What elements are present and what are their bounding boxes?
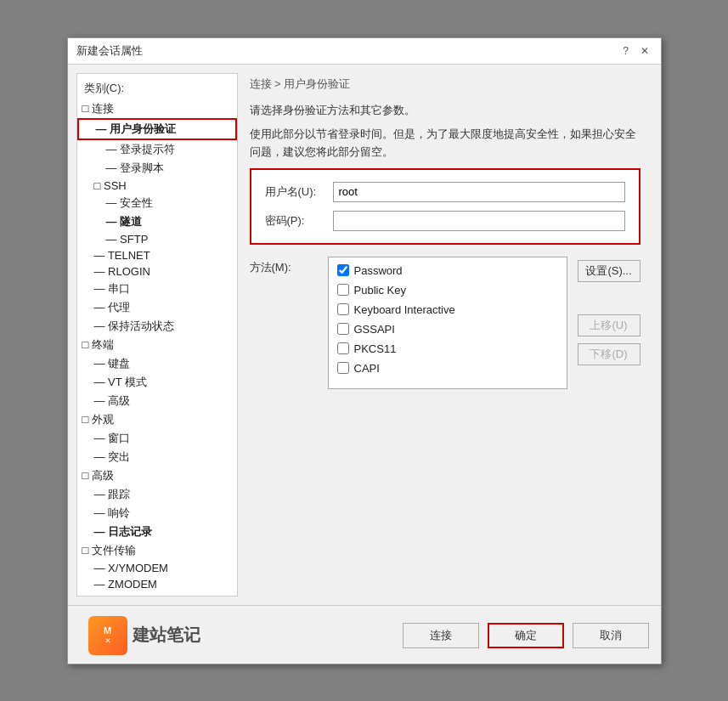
- sidebar-item-label-连接: □ 连接: [82, 101, 114, 116]
- sidebar-item-隧道[interactable]: — 隧道: [77, 212, 237, 231]
- settings-button[interactable]: 设置(S)...: [578, 260, 641, 282]
- sidebar-item-label-代理: — 代理: [94, 300, 131, 315]
- username-input[interactable]: [333, 182, 625, 202]
- sidebar-tree: 类别(C): □ 连接— 用户身份验证— 登录提示符— 登录脚本□ SSH— 安…: [76, 73, 238, 596]
- sidebar-item-保持活动状态[interactable]: — 保持活动状态: [77, 317, 237, 336]
- method-label-Keyboard-Interactive: Keyboard Interactive: [354, 303, 455, 316]
- method-label-Password: Password: [354, 264, 403, 277]
- method-item-Keyboard-Interactive[interactable]: Keyboard Interactive: [337, 303, 558, 316]
- method-item-CAPI[interactable]: CAPI: [337, 362, 558, 375]
- method-item-Password[interactable]: Password: [337, 264, 558, 277]
- sidebar-item-label-高级2: □ 高级: [82, 468, 114, 483]
- sidebar-item-登录脚本[interactable]: — 登录脚本: [77, 159, 237, 178]
- category-label: 类别(C):: [77, 77, 237, 99]
- username-label: 用户名(U):: [265, 184, 333, 200]
- sidebar-item-键盘[interactable]: — 键盘: [77, 354, 237, 373]
- sidebar-item-窗口[interactable]: — 窗口: [77, 429, 237, 448]
- sidebar-item-label-终端: □ 终端: [82, 337, 114, 353]
- dialog-title: 新建会话属性: [76, 43, 143, 59]
- method-label-Public-Key: Public Key: [354, 284, 406, 297]
- content-area: 连接 > 用户身份验证 请选择身份验证方法和其它参数。 使用此部分以节省登录时间…: [238, 73, 652, 596]
- sidebar-item-外观[interactable]: □ 外观: [77, 410, 237, 429]
- sidebar-item-label-VT模式: — VT 模式: [94, 375, 148, 390]
- sidebar-item-label-日志记录: — 日志记录: [94, 524, 153, 540]
- sidebar-item-响铃[interactable]: — 响铃: [77, 504, 237, 523]
- sidebar-item-label-登录脚本: — 登录脚本: [106, 161, 165, 176]
- method-box: PasswordPublic KeyKeyboard InteractiveGS…: [328, 257, 567, 389]
- watermark-text: 建站笔记: [133, 624, 200, 647]
- side-buttons: 设置(S)... 上移(U) 下移(D): [578, 257, 641, 365]
- sidebar-item-RLOGIN[interactable]: — RLOGIN: [77, 263, 237, 280]
- close-button[interactable]: ✕: [637, 43, 652, 59]
- move-up-button[interactable]: 上移(U): [578, 314, 641, 336]
- sidebar-item-label-串口: — 串口: [94, 281, 131, 297]
- sidebar-item-VT模式[interactable]: — VT 模式: [77, 373, 237, 392]
- password-label: 密码(P):: [265, 213, 333, 229]
- sidebar-item-label-突出: — 突出: [94, 449, 131, 465]
- watermark-icon-sub: ✕: [104, 636, 111, 646]
- help-button[interactable]: ?: [618, 43, 634, 59]
- username-row: 用户名(U):: [265, 182, 625, 202]
- sidebar-item-label-安全性: — 安全性: [106, 195, 154, 211]
- method-checkbox-PKCS11[interactable]: [337, 342, 349, 354]
- method-label: 方法(M):: [250, 257, 318, 275]
- ok-button[interactable]: 确定: [488, 623, 564, 648]
- sidebar-item-label-窗口: — 窗口: [94, 431, 131, 446]
- method-item-PKCS11[interactable]: PKCS11: [337, 342, 558, 355]
- sidebar-item-label-ZMODEM: — ZMODEM: [94, 578, 157, 591]
- sidebar-item-label-跟踪: — 跟踪: [94, 487, 131, 502]
- dialog-body: 类别(C): □ 连接— 用户身份验证— 登录提示符— 登录脚本□ SSH— 安…: [68, 65, 661, 605]
- sidebar-item-高级2[interactable]: □ 高级: [77, 466, 237, 485]
- method-checkbox-Password[interactable]: [337, 264, 349, 276]
- connect-button[interactable]: 连接: [403, 623, 479, 648]
- sidebar-item-label-SSH: □ SSH: [94, 179, 127, 192]
- sidebar-item-串口[interactable]: — 串口: [77, 280, 237, 298]
- sidebar-item-突出[interactable]: — 突出: [77, 448, 237, 466]
- method-checkbox-CAPI[interactable]: [337, 362, 349, 374]
- sidebar-item-终端[interactable]: □ 终端: [77, 336, 237, 354]
- watermark-icon: M ✕: [88, 616, 127, 655]
- sidebar-item-label-外观: □ 外观: [82, 412, 114, 427]
- sidebar-item-label-键盘: — 键盘: [94, 356, 131, 371]
- sidebar-item-label-高级: — 高级: [94, 393, 131, 409]
- sidebar-item-文件传输[interactable]: □ 文件传输: [77, 541, 237, 560]
- sidebar-item-label-RLOGIN: — RLOGIN: [94, 265, 150, 278]
- method-checkbox-Keyboard-Interactive[interactable]: [337, 303, 349, 315]
- sidebar-item-label-用户身份验证: — 用户身份验证: [96, 122, 177, 137]
- title-controls: ? ✕: [618, 43, 652, 59]
- desc1: 请选择身份验证方法和其它参数。: [250, 102, 641, 120]
- sidebar-item-用户身份验证[interactable]: — 用户身份验证: [77, 118, 237, 140]
- sidebar-item-label-登录提示符: — 登录提示符: [106, 142, 176, 157]
- method-item-GSSAPI[interactable]: GSSAPI: [337, 323, 558, 336]
- method-label-GSSAPI: GSSAPI: [354, 323, 395, 336]
- sidebar-item-SSH[interactable]: □ SSH: [77, 178, 237, 194]
- sidebar-item-跟踪[interactable]: — 跟踪: [77, 485, 237, 504]
- watermark-icon-text: M: [104, 625, 111, 636]
- method-checkbox-GSSAPI[interactable]: [337, 323, 349, 335]
- title-bar: 新建会话属性 ? ✕: [68, 38, 661, 65]
- sidebar-item-SFTP[interactable]: — SFTP: [77, 231, 237, 247]
- method-label-CAPI: CAPI: [354, 362, 380, 375]
- sidebar-item-高级[interactable]: — 高级: [77, 392, 237, 410]
- sidebar-item-日志记录[interactable]: — 日志记录: [77, 523, 237, 541]
- sidebar-item-TELNET[interactable]: — TELNET: [77, 247, 237, 263]
- method-item-Public-Key[interactable]: Public Key: [337, 284, 558, 297]
- desc2: 使用此部分以节省登录时间。但是，为了最大限度地提高安全性，如果担心安全问题，建议…: [250, 126, 641, 161]
- sidebar-item-连接[interactable]: □ 连接: [77, 99, 237, 118]
- sidebar-item-安全性[interactable]: — 安全性: [77, 194, 237, 212]
- password-row: 密码(P):: [265, 211, 625, 231]
- credentials-section: 用户名(U): 密码(P):: [250, 168, 641, 245]
- password-input[interactable]: [333, 211, 625, 231]
- sidebar-item-X/YMODEM[interactable]: — X/YMODEM: [77, 560, 237, 576]
- sidebar-item-label-SFTP: — SFTP: [106, 233, 149, 246]
- sidebar-item-登录提示符[interactable]: — 登录提示符: [77, 140, 237, 159]
- sidebar-item-label-响铃: — 响铃: [94, 506, 131, 521]
- method-section: 方法(M): PasswordPublic KeyKeyboard Intera…: [250, 257, 641, 389]
- sidebar-item-代理[interactable]: — 代理: [77, 298, 237, 317]
- sidebar-item-label-X/YMODEM: — X/YMODEM: [94, 562, 168, 574]
- method-checkbox-Public-Key[interactable]: [337, 284, 349, 296]
- cancel-button[interactable]: 取消: [573, 623, 649, 648]
- dialog-window: 新建会话属性 ? ✕ 类别(C): □ 连接— 用户身份验证— 登录提示符— 登…: [67, 37, 662, 664]
- sidebar-item-ZMODEM[interactable]: — ZMODEM: [77, 576, 237, 592]
- move-down-button[interactable]: 下移(D): [578, 343, 641, 365]
